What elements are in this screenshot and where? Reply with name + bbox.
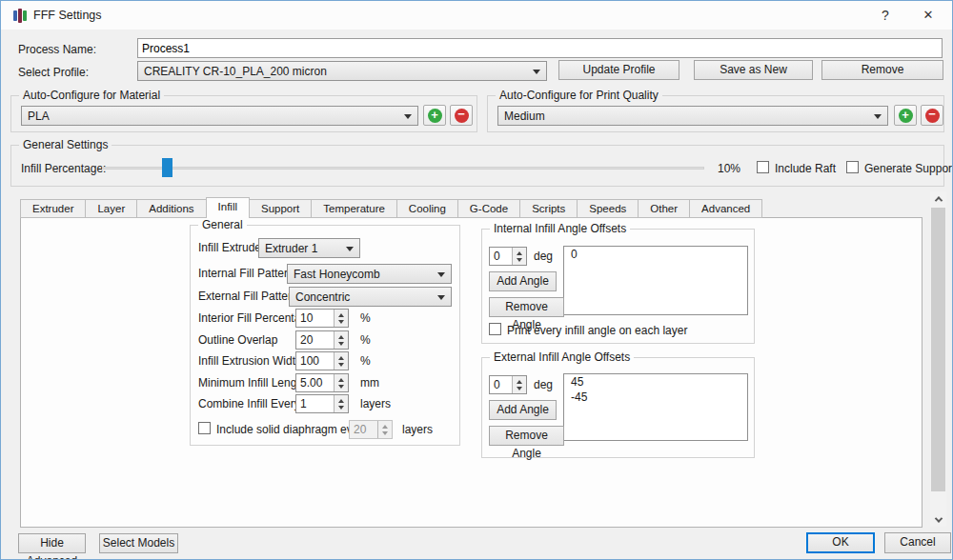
interior-fill-percentage-spinner[interactable]: 10 [295, 309, 349, 328]
combine-infill-every-spinner[interactable]: 1 [295, 394, 349, 413]
add-material-button[interactable]: + [423, 105, 446, 126]
slider-track[interactable] [102, 167, 704, 170]
spin-up-icon[interactable] [338, 335, 344, 339]
outline-overlap-spinner[interactable]: 20 [295, 330, 349, 350]
spin-down-icon[interactable] [338, 385, 344, 389]
internal-add-angle-button[interactable]: Add Angle [489, 271, 557, 291]
internal-offsets-title: Internal Infill Angle Offsets [490, 222, 630, 235]
external-angle-list[interactable]: 45 -45 [563, 373, 748, 441]
infill-percentage-slider[interactable] [102, 158, 704, 177]
solid-diaphragm-checkbox[interactable] [198, 422, 211, 434]
tab-infill[interactable]: Infill [206, 197, 250, 218]
tab-advanced[interactable]: Advanced [689, 199, 762, 218]
plus-icon: + [428, 109, 442, 123]
tab-extruder[interactable]: Extruder [20, 199, 86, 218]
spin-up-icon[interactable] [338, 356, 344, 360]
angle-list-item[interactable]: 0 [564, 247, 747, 262]
infill-extrusion-width-label: Infill Extrusion Width [198, 354, 302, 368]
process-name-input[interactable] [137, 38, 943, 58]
chevron-down-icon [437, 295, 445, 300]
internal-angle-spinner[interactable]: 0 [489, 247, 527, 266]
spin-value: 10 [296, 310, 334, 327]
external-angle-spinner[interactable]: 0 [489, 375, 527, 394]
tab-gcode[interactable]: G-Code [457, 199, 520, 218]
spin-up-icon[interactable] [338, 313, 344, 317]
combine-infill-every-label: Combine Infill Every [198, 397, 300, 410]
infill-general-title: General [198, 218, 247, 231]
spin-up-icon[interactable] [517, 380, 522, 384]
outline-overlap-label: Outline Overlap [198, 333, 277, 347]
include-raft-label: Include Raft [775, 162, 836, 175]
spin-down-icon[interactable] [338, 320, 344, 324]
hide-advanced-button[interactable]: Hide Advanced [18, 533, 86, 553]
spinner-arrows [512, 248, 526, 265]
infill-extruder-select[interactable]: Extruder 1 [258, 238, 360, 258]
tab-other[interactable]: Other [638, 199, 690, 218]
external-fill-pattern-select[interactable]: Concentric [289, 287, 452, 307]
process-name-label: Process Name: [18, 43, 96, 56]
tab-additions[interactable]: Additions [136, 199, 206, 218]
profile-select[interactable]: CREALITY CR-10_PLA_200 micron [137, 61, 547, 81]
generate-support-checkbox[interactable] [846, 161, 859, 173]
tab-temperature[interactable]: Temperature [311, 199, 397, 218]
include-raft-checkbox[interactable] [757, 161, 769, 173]
spin-down-icon[interactable] [517, 387, 522, 390]
internal-fill-pattern-select[interactable]: Fast Honeycomb [287, 264, 452, 284]
remove-profile-button[interactable]: Remove [821, 60, 943, 80]
slider-handle[interactable] [162, 158, 172, 177]
scroll-down-icon[interactable] [930, 512, 946, 527]
material-select[interactable]: PLA [21, 106, 418, 126]
scrollbar-thumb[interactable] [931, 208, 945, 491]
infill-extrusion-width-spinner[interactable]: 100 [295, 351, 349, 370]
select-models-button[interactable]: Select Models [99, 533, 178, 553]
external-angle-unit: deg [534, 378, 553, 391]
internal-remove-angle-button[interactable]: Remove Angle [489, 297, 564, 317]
tab-support[interactable]: Support [249, 199, 312, 218]
cancel-button[interactable]: Cancel [884, 532, 951, 553]
spin-up-icon[interactable] [338, 399, 344, 403]
infill-percentage-label: Infill Percentage: [21, 162, 106, 175]
print-every-angle-checkbox[interactable] [489, 323, 501, 335]
ok-button[interactable]: OK [806, 532, 875, 553]
tab-layer[interactable]: Layer [85, 199, 137, 218]
internal-angle-list[interactable]: 0 [563, 246, 748, 315]
spinner-arrows [334, 374, 348, 391]
angle-list-item[interactable]: 45 [564, 374, 747, 390]
remove-quality-button[interactable]: − [921, 105, 943, 126]
spin-value: 5.00 [296, 374, 334, 391]
tab-scripts[interactable]: Scripts [519, 199, 578, 218]
tab-cooling[interactable]: Cooling [396, 199, 458, 218]
add-quality-button[interactable]: + [894, 105, 917, 126]
spin-up-icon[interactable] [517, 251, 522, 255]
external-remove-angle-button[interactable]: Remove Angle [489, 426, 564, 446]
spin-up-icon[interactable] [338, 378, 344, 382]
remove-material-button[interactable]: − [450, 105, 473, 126]
infill-general-group: General Infill Extruder Extruder 1 Inter… [190, 225, 460, 446]
generate-support-label: Generate Support [864, 162, 953, 175]
spin-down-icon[interactable] [517, 258, 522, 262]
minimum-infill-length-spinner[interactable]: 5.00 [295, 373, 349, 392]
external-offsets-title: External Infill Angle Offsets [490, 350, 634, 364]
auto-configure-material-title: Auto-Configure for Material [19, 89, 164, 102]
spinner-arrows [334, 395, 348, 412]
title-bar: FFF Settings ? ✕ [1, 1, 952, 30]
close-icon[interactable]: ✕ [908, 1, 948, 30]
tab-speeds[interactable]: Speeds [577, 199, 639, 218]
spinner-arrows [334, 352, 348, 370]
fff-settings-dialog: FFF Settings ? ✕ Process Name: Select Pr… [0, 0, 953, 560]
infill-tab-panel: General Infill Extruder Extruder 1 Inter… [20, 217, 923, 528]
spinner-arrows [334, 331, 348, 349]
vertical-scrollbar[interactable] [930, 191, 946, 527]
spin-down-icon[interactable] [338, 363, 344, 367]
update-profile-button[interactable]: Update Profile [558, 60, 679, 80]
angle-list-item[interactable]: -45 [564, 390, 747, 405]
help-button[interactable]: ? [866, 1, 904, 30]
quality-select[interactable]: Medium [497, 106, 888, 126]
scroll-up-icon[interactable] [930, 191, 946, 206]
external-add-angle-button[interactable]: Add Angle [489, 400, 557, 420]
app-logo-icon [11, 8, 28, 23]
spin-down-icon[interactable] [338, 342, 344, 346]
save-as-new-button[interactable]: Save as New [694, 60, 813, 80]
minus-icon: − [925, 109, 940, 123]
spin-down-icon[interactable] [338, 406, 344, 410]
